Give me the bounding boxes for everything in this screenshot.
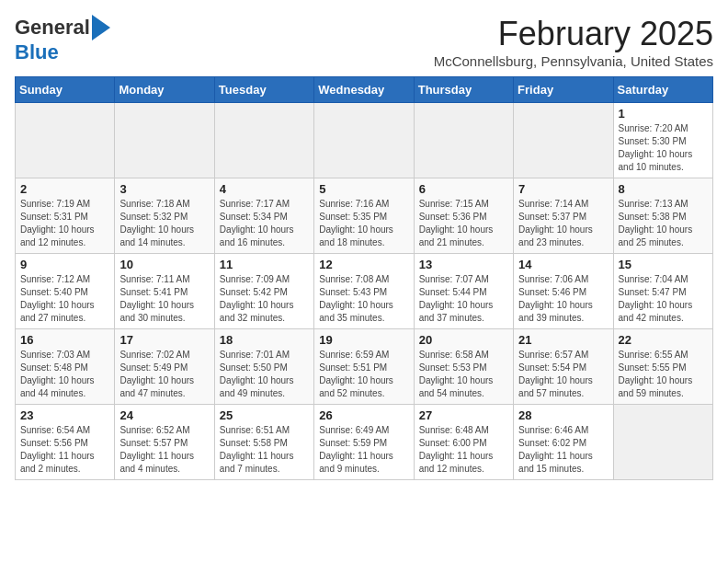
calendar-cell [115, 103, 214, 178]
calendar-cell: 22Sunrise: 6:55 AM Sunset: 5:55 PM Dayli… [613, 329, 712, 405]
day-info: Sunrise: 6:54 AM Sunset: 5:56 PM Dayligh… [20, 424, 109, 476]
day-info: Sunrise: 7:01 AM Sunset: 5:50 PM Dayligh… [220, 349, 309, 400]
calendar-cell: 11Sunrise: 7:09 AM Sunset: 5:42 PM Dayli… [214, 254, 313, 329]
calendar-cell: 15Sunrise: 7:04 AM Sunset: 5:47 PM Dayli… [613, 254, 712, 329]
day-number: 16 [20, 333, 109, 347]
day-info: Sunrise: 6:57 AM Sunset: 5:54 PM Dayligh… [518, 349, 608, 400]
day-info: Sunrise: 7:12 AM Sunset: 5:40 PM Dayligh… [20, 273, 109, 325]
weekday-sunday: Sunday [16, 77, 115, 103]
week-row-1: 2Sunrise: 7:19 AM Sunset: 5:31 PM Daylig… [16, 178, 713, 254]
day-info: Sunrise: 6:55 AM Sunset: 5:55 PM Dayligh… [619, 349, 708, 400]
day-info: Sunrise: 7:18 AM Sunset: 5:32 PM Dayligh… [119, 198, 209, 249]
calendar-cell: 28Sunrise: 6:46 AM Sunset: 6:02 PM Dayli… [514, 405, 613, 480]
day-info: Sunrise: 7:16 AM Sunset: 5:35 PM Dayligh… [319, 198, 408, 249]
calendar-cell: 7Sunrise: 7:14 AM Sunset: 5:37 PM Daylig… [514, 178, 613, 254]
weekday-thursday: Thursday [414, 77, 513, 103]
day-number: 22 [619, 333, 708, 347]
day-info: Sunrise: 7:08 AM Sunset: 5:43 PM Dayligh… [319, 273, 408, 325]
day-number: 7 [518, 182, 608, 196]
day-info: Sunrise: 7:02 AM Sunset: 5:49 PM Dayligh… [119, 349, 209, 400]
week-row-2: 9Sunrise: 7:12 AM Sunset: 5:40 PM Daylig… [16, 254, 713, 329]
header: General Blue February 2025 McConnellsbur… [15, 15, 713, 69]
day-info: Sunrise: 7:13 AM Sunset: 5:38 PM Dayligh… [619, 198, 708, 249]
day-number: 18 [220, 333, 309, 347]
day-info: Sunrise: 6:58 AM Sunset: 5:53 PM Dayligh… [419, 349, 508, 400]
day-number: 12 [319, 258, 408, 271]
day-info: Sunrise: 6:59 AM Sunset: 5:51 PM Dayligh… [319, 349, 408, 400]
calendar-cell: 21Sunrise: 6:57 AM Sunset: 5:54 PM Dayli… [514, 329, 613, 405]
day-info: Sunrise: 6:49 AM Sunset: 5:59 PM Dayligh… [319, 424, 408, 476]
day-number: 28 [518, 408, 608, 422]
logo-arrow-icon [92, 15, 110, 40]
calendar-cell: 20Sunrise: 6:58 AM Sunset: 5:53 PM Dayli… [414, 329, 513, 405]
day-number: 19 [319, 333, 408, 347]
weekday-saturday: Saturday [613, 77, 712, 103]
day-number: 8 [619, 182, 708, 196]
calendar-cell: 8Sunrise: 7:13 AM Sunset: 5:38 PM Daylig… [613, 178, 712, 254]
day-info: Sunrise: 7:20 AM Sunset: 5:30 PM Dayligh… [619, 122, 708, 174]
calendar-cell [16, 103, 115, 178]
calendar: SundayMondayTuesdayWednesdayThursdayFrid… [15, 76, 713, 480]
calendar-cell: 14Sunrise: 7:06 AM Sunset: 5:46 PM Dayli… [514, 254, 613, 329]
location-title: McConnellsburg, Pennsylvania, United Sta… [434, 53, 713, 69]
day-info: Sunrise: 7:03 AM Sunset: 5:48 PM Dayligh… [20, 349, 109, 400]
weekday-friday: Friday [514, 77, 613, 103]
day-number: 3 [119, 182, 209, 196]
day-info: Sunrise: 7:15 AM Sunset: 5:36 PM Dayligh… [419, 198, 508, 249]
day-number: 14 [518, 258, 608, 271]
calendar-cell [414, 103, 513, 178]
logo-general-text: General [15, 16, 90, 40]
day-info: Sunrise: 6:51 AM Sunset: 5:58 PM Dayligh… [220, 424, 309, 476]
calendar-cell: 4Sunrise: 7:17 AM Sunset: 5:34 PM Daylig… [214, 178, 313, 254]
day-number: 10 [119, 258, 209, 271]
calendar-cell [514, 103, 613, 178]
week-row-4: 23Sunrise: 6:54 AM Sunset: 5:56 PM Dayli… [16, 405, 713, 480]
calendar-cell [214, 103, 313, 178]
logo-blue-text: Blue [15, 40, 59, 64]
day-number: 23 [20, 408, 109, 422]
calendar-cell: 18Sunrise: 7:01 AM Sunset: 5:50 PM Dayli… [214, 329, 313, 405]
day-info: Sunrise: 7:11 AM Sunset: 5:41 PM Dayligh… [119, 273, 209, 325]
calendar-cell: 9Sunrise: 7:12 AM Sunset: 5:40 PM Daylig… [16, 254, 115, 329]
calendar-cell [314, 103, 414, 178]
calendar-cell: 17Sunrise: 7:02 AM Sunset: 5:49 PM Dayli… [115, 329, 214, 405]
calendar-cell: 24Sunrise: 6:52 AM Sunset: 5:57 PM Dayli… [115, 405, 214, 480]
calendar-cell: 25Sunrise: 6:51 AM Sunset: 5:58 PM Dayli… [214, 405, 313, 480]
calendar-cell: 1Sunrise: 7:20 AM Sunset: 5:30 PM Daylig… [613, 103, 712, 178]
day-number: 17 [119, 333, 209, 347]
weekday-header-row: SundayMondayTuesdayWednesdayThursdayFrid… [16, 77, 713, 103]
day-number: 13 [419, 258, 508, 271]
calendar-cell: 3Sunrise: 7:18 AM Sunset: 5:32 PM Daylig… [115, 178, 214, 254]
calendar-body: 1Sunrise: 7:20 AM Sunset: 5:30 PM Daylig… [16, 103, 713, 480]
day-number: 9 [20, 258, 109, 271]
calendar-cell: 26Sunrise: 6:49 AM Sunset: 5:59 PM Dayli… [314, 405, 414, 480]
calendar-cell [613, 405, 712, 480]
day-number: 4 [220, 182, 309, 196]
day-info: Sunrise: 6:48 AM Sunset: 6:00 PM Dayligh… [419, 424, 508, 476]
day-info: Sunrise: 7:04 AM Sunset: 5:47 PM Dayligh… [619, 273, 708, 325]
day-number: 6 [419, 182, 508, 196]
calendar-cell: 19Sunrise: 6:59 AM Sunset: 5:51 PM Dayli… [314, 329, 414, 405]
day-number: 11 [220, 258, 309, 271]
day-info: Sunrise: 7:07 AM Sunset: 5:44 PM Dayligh… [419, 273, 508, 325]
day-number: 24 [119, 408, 209, 422]
calendar-cell: 23Sunrise: 6:54 AM Sunset: 5:56 PM Dayli… [16, 405, 115, 480]
week-row-0: 1Sunrise: 7:20 AM Sunset: 5:30 PM Daylig… [16, 103, 713, 178]
day-number: 21 [518, 333, 608, 347]
weekday-monday: Monday [115, 77, 214, 103]
day-number: 1 [619, 107, 708, 121]
weekday-tuesday: Tuesday [214, 77, 313, 103]
day-info: Sunrise: 6:46 AM Sunset: 6:02 PM Dayligh… [518, 424, 608, 476]
calendar-cell: 27Sunrise: 6:48 AM Sunset: 6:00 PM Dayli… [414, 405, 513, 480]
day-number: 5 [319, 182, 408, 196]
calendar-cell: 16Sunrise: 7:03 AM Sunset: 5:48 PM Dayli… [16, 329, 115, 405]
calendar-cell: 13Sunrise: 7:07 AM Sunset: 5:44 PM Dayli… [414, 254, 513, 329]
day-info: Sunrise: 7:09 AM Sunset: 5:42 PM Dayligh… [220, 273, 309, 325]
day-number: 25 [220, 408, 309, 422]
calendar-cell: 2Sunrise: 7:19 AM Sunset: 5:31 PM Daylig… [16, 178, 115, 254]
logo: General Blue [15, 15, 110, 64]
day-info: Sunrise: 7:17 AM Sunset: 5:34 PM Dayligh… [220, 198, 309, 249]
calendar-cell: 10Sunrise: 7:11 AM Sunset: 5:41 PM Dayli… [115, 254, 214, 329]
month-title: February 2025 [434, 15, 713, 53]
day-number: 27 [419, 408, 508, 422]
